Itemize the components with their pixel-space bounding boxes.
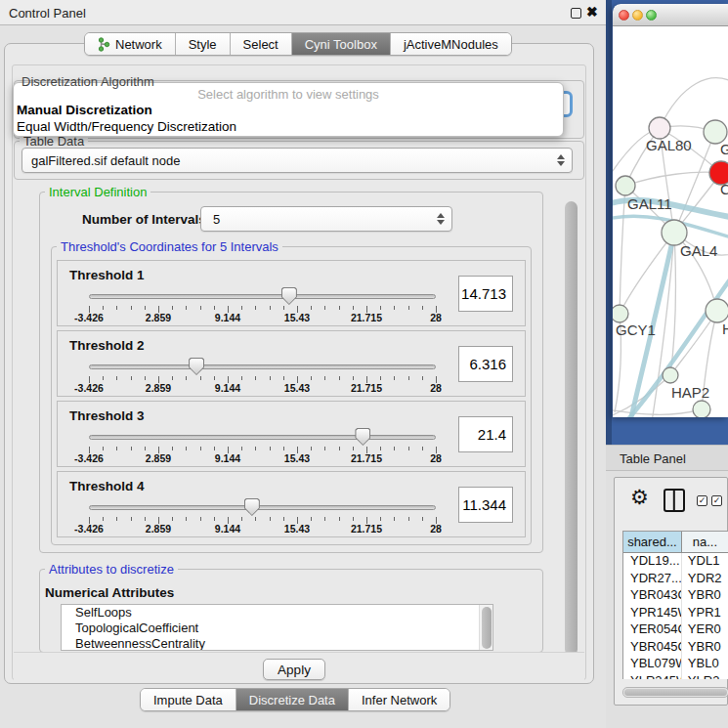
slider-tick-label: 28 xyxy=(430,382,442,394)
table-row[interactable]: YLR345WYLR3 xyxy=(623,673,728,680)
table-row[interactable]: YER054CYER0 xyxy=(623,621,728,639)
slider-tick-label: -3.426 xyxy=(74,382,104,394)
node-label: GCY1 xyxy=(616,321,656,338)
slider-track[interactable] xyxy=(89,505,436,510)
node-label: GAL11 xyxy=(627,195,672,212)
slider-tick-label: 28 xyxy=(430,523,442,535)
checkbox-icon[interactable]: ✓ xyxy=(697,495,707,506)
network-window-titlebar[interactable] xyxy=(613,4,728,26)
table-row[interactable]: YBR043CYBR0 xyxy=(623,587,728,605)
combo-stepper-icon xyxy=(437,213,445,225)
slider-thumb[interactable] xyxy=(244,498,260,516)
table-row[interactable]: YPR145WYPR1 xyxy=(623,605,728,622)
slider-tick-label: 2.859 xyxy=(146,382,171,394)
table-row[interactable]: YBR045CYBR0 xyxy=(623,639,728,657)
slider-track[interactable] xyxy=(89,294,436,299)
attribute-list-item[interactable]: TopologicalCoefficient xyxy=(62,621,492,636)
slider-tick-label: 9.144 xyxy=(215,382,240,394)
slider-tick-label: 2.859 xyxy=(146,523,171,535)
main-vertical-scrollbar[interactable] xyxy=(565,201,578,656)
table-panel-body: ⚙ ✓ ✓ shared... na... YDL19...YDL1YDR27.… xyxy=(606,471,728,728)
interval-definition-title: Interval Definition xyxy=(45,185,150,199)
apply-button[interactable]: Apply xyxy=(263,659,325,680)
column-layout-icon[interactable] xyxy=(664,489,685,512)
close-icon[interactable]: ✖ xyxy=(586,4,598,20)
slider-tick-label: 15.43 xyxy=(284,452,310,464)
slider-tick-label: 2.859 xyxy=(146,312,171,323)
slider-tick-label: 21.715 xyxy=(351,452,382,464)
column-header-name[interactable]: na... xyxy=(682,532,728,552)
network-node[interactable] xyxy=(663,367,678,383)
number-of-intervals-combo[interactable]: 5 xyxy=(200,206,452,232)
threshold-label: Threshold 3 xyxy=(69,408,145,423)
zoom-traffic-light-icon[interactable] xyxy=(646,10,657,21)
control-panel: Control Panel ✖ NetworkStyleSelectCyni T… xyxy=(0,0,606,728)
network-node[interactable] xyxy=(616,176,635,195)
combo-stepper-icon xyxy=(557,154,565,166)
tab-jactivemnodules[interactable]: jActiveMNodules xyxy=(391,33,511,55)
menu-item-equal-width-frequency[interactable]: Equal Width/Frequency Discretization xyxy=(17,119,236,134)
column-header-shared-name[interactable]: shared... xyxy=(623,532,682,552)
threshold-row: Threshold 1 -3.4262.8599.14415.4321.7152… xyxy=(57,260,526,326)
network-graph: GAL80GCGAL11GAL4GCY1HHAP2 xyxy=(613,26,728,417)
tab-network[interactable]: Network xyxy=(85,33,176,55)
tab-style[interactable]: Style xyxy=(176,33,231,55)
split-divider[interactable] xyxy=(606,0,612,445)
tab-discretize-data[interactable]: Discretize Data xyxy=(236,689,349,710)
tab-cyni-toolbox[interactable]: Cyni Toolbox xyxy=(292,33,391,55)
table-data-combo[interactable]: galFiltered.sif default node xyxy=(21,148,573,173)
slider-tick-label: 21.715 xyxy=(351,312,382,323)
node-label: C xyxy=(720,181,728,197)
tab-infer-network[interactable]: Infer Network xyxy=(349,689,450,710)
node-label: H xyxy=(722,321,728,337)
attributes-group-title: Attributes to discretize xyxy=(45,562,178,577)
network-node[interactable] xyxy=(649,117,670,139)
control-panel-titlebar: Control Panel ✖ xyxy=(0,0,606,25)
attribute-list-item[interactable]: SelfLoops xyxy=(62,605,492,621)
table-horizontal-scrollbar[interactable] xyxy=(622,687,728,698)
slider-tick-label: 2.859 xyxy=(146,452,171,464)
discretization-algorithm-title: Discretization Algorithm xyxy=(21,74,154,89)
slider-tick-label: -3.426 xyxy=(74,312,104,323)
slider-track[interactable] xyxy=(89,364,436,369)
threshold-row: Threshold 2 -3.4262.8599.14415.4321.7152… xyxy=(57,330,526,397)
slider-thumb[interactable] xyxy=(355,428,370,446)
threshold-value-field[interactable]: 6.316 xyxy=(458,346,513,382)
minimize-traffic-light-icon[interactable] xyxy=(632,10,643,21)
network-node[interactable] xyxy=(693,401,710,417)
checkbox-icon[interactable]: ✓ xyxy=(711,495,722,506)
network-view-window: GAL80GCGAL11GAL4GCY1HHAP2 xyxy=(613,4,728,417)
slider-tick-label: 9.144 xyxy=(215,312,240,323)
attribute-list-item[interactable]: BetweennessCentrality xyxy=(62,636,492,651)
menu-item-manual-discretization[interactable]: Manual Discretization xyxy=(17,103,152,117)
slider-thumb[interactable] xyxy=(189,358,204,375)
threshold-value-field[interactable]: 11.344 xyxy=(458,487,513,523)
threshold-value-field[interactable]: 21.4 xyxy=(458,416,513,452)
network-canvas[interactable]: GAL80GCGAL11GAL4GCY1HHAP2 xyxy=(613,26,728,417)
slider-tick-label: 15.43 xyxy=(284,312,310,323)
numerical-attributes-list[interactable]: SelfLoopsTopologicalCoefficientBetweenne… xyxy=(61,604,493,651)
tab-impute-data[interactable]: Impute Data xyxy=(141,689,236,710)
number-of-intervals-value: 5 xyxy=(213,212,220,227)
table-row[interactable]: YBL079WYBL0 xyxy=(623,656,728,673)
slider-tick-label: 9.144 xyxy=(215,452,240,464)
tab-select[interactable]: Select xyxy=(231,33,292,55)
thresholds-group-title: Threshold's Coordinates for 5 Intervals xyxy=(57,239,282,254)
slider-tick-label: 21.715 xyxy=(351,523,382,535)
threshold-label: Threshold 2 xyxy=(69,338,145,353)
slider-tick-label: -3.426 xyxy=(74,523,104,535)
float-window-icon[interactable] xyxy=(571,8,581,19)
table-row[interactable]: YDL19...YDL1 xyxy=(623,553,728,571)
threshold-value-field[interactable]: 14.713 xyxy=(458,276,513,312)
list-scrollbar[interactable] xyxy=(479,605,492,650)
gear-icon[interactable]: ⚙ xyxy=(630,486,649,509)
node-attribute-table[interactable]: shared... na... YDL19...YDL1YDR27...YDR2… xyxy=(622,531,728,679)
network-node[interactable] xyxy=(613,305,628,322)
node-label: GAL4 xyxy=(680,242,717,259)
slider-thumb[interactable] xyxy=(281,287,297,305)
slider-track[interactable] xyxy=(89,435,436,440)
panel-title: Control Panel xyxy=(9,6,86,21)
close-traffic-light-icon[interactable] xyxy=(619,10,629,21)
table-row[interactable]: YDR27...YDR2 xyxy=(623,571,728,588)
network-node[interactable] xyxy=(706,299,728,322)
